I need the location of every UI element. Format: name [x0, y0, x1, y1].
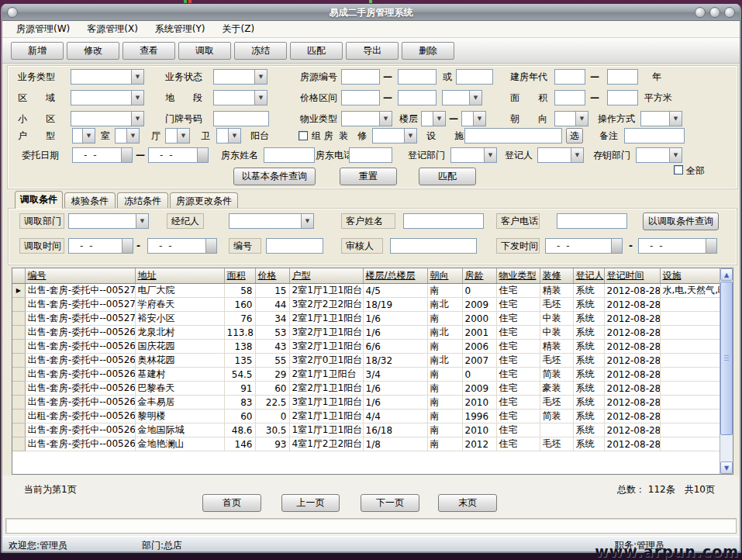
chevron-down-icon[interactable]: ▼ [575, 112, 588, 126]
first-page-button[interactable]: 首页 [202, 494, 261, 512]
facility-input[interactable] [464, 128, 562, 143]
customer-name-input[interactable] [403, 213, 484, 229]
current-row-arrow-icon[interactable]: ▶ [12, 284, 25, 298]
table-row[interactable]: 出售-套房-委托中--005265巴黎春天91602室2厅1卫1阳台1/6南20… [12, 382, 720, 396]
scrollbar-thumb[interactable] [720, 282, 733, 435]
chevron-down-icon[interactable]: ▼ [126, 129, 139, 143]
area-to-input[interactable] [607, 90, 638, 105]
owner-phone-input[interactable] [349, 147, 392, 163]
door-no-input[interactable] [213, 111, 269, 126]
table-row[interactable]: 出售-套房-委托中--005261金地艳澜山146934室1厅2卫2阳台1/8南… [12, 437, 720, 451]
export-button[interactable]: 导出 [346, 42, 399, 60]
last-page-button[interactable]: 末页 [438, 494, 497, 512]
column-header-decoration[interactable]: 装修 [540, 268, 573, 284]
chevron-down-icon[interactable]: ▼ [571, 148, 583, 162]
agent-select[interactable]: ▼ [229, 213, 314, 229]
column-header-orientation[interactable]: 朝向 [427, 268, 462, 284]
chevron-down-icon[interactable]: ▼ [131, 112, 143, 126]
table-row[interactable]: 出售-套房-委托中--005267奥林花园135553室2厅0卫1阳台18/32… [12, 354, 720, 368]
community-select[interactable]: ▼ [71, 111, 144, 126]
facility-select-button[interactable]: 选 [566, 128, 583, 143]
date-dropdown-button[interactable] [197, 148, 208, 162]
close-button[interactable] [724, 7, 735, 18]
table-row[interactable]: 出售-套房-委托中--005266基建村54.5292室1厅1卫阳台3/4南0住… [12, 368, 720, 382]
column-header-property-type[interactable]: 物业类型 [496, 268, 540, 284]
column-header-layout[interactable]: 户型 [289, 268, 363, 284]
table-row[interactable]: 出售-套房-委托中--005269龙泉北村113.8533室2厅1卫1阳台1/6… [12, 326, 720, 340]
query-basic-button[interactable]: 以基本条件查询 [233, 168, 316, 185]
column-header-price[interactable]: 价格 [255, 268, 289, 284]
chevron-down-icon[interactable]: ▼ [669, 112, 682, 126]
registrant-select[interactable]: ▼ [537, 147, 584, 163]
date-dropdown-button[interactable] [205, 239, 216, 253]
price-unit-select[interactable]: ▼ [442, 90, 482, 105]
date-dropdown-button[interactable] [706, 239, 716, 253]
view-button[interactable]: 查看 [123, 42, 175, 60]
floor-from-select[interactable]: ▼ [421, 111, 446, 126]
key-dept-select[interactable]: ▼ [636, 147, 682, 163]
maximize-button[interactable] [709, 7, 720, 18]
row-selector[interactable] [12, 423, 25, 437]
issue-time-from[interactable]: - - [545, 238, 623, 254]
table-row[interactable]: 出售-套房-委托中--005262金地国际城48.630.51室1厅1卫1阳台1… [12, 423, 720, 437]
customer-phone-input[interactable] [557, 213, 627, 229]
row-selector[interactable] [12, 354, 25, 368]
column-header-area[interactable]: 面积 [224, 268, 255, 284]
row-selector[interactable] [12, 410, 25, 423]
entrust-date-from[interactable]: - - [72, 147, 133, 163]
hall-select[interactable]: ▼ [115, 128, 140, 143]
owner-name-input[interactable] [264, 147, 315, 163]
chevron-down-icon[interactable]: ▼ [254, 70, 267, 84]
entrust-date-to[interactable]: - - [148, 147, 209, 163]
house-no-or-input[interactable] [456, 69, 493, 85]
column-header-age[interactable]: 房龄 [462, 268, 496, 284]
section-select[interactable]: ▼ [213, 90, 267, 105]
table-row[interactable]: 出售-套房-委托中--005264金丰易居8322.53室1厅1卫1阳台1/6南… [12, 396, 720, 410]
match-button[interactable]: 匹配 [290, 42, 343, 60]
match-condition-button[interactable]: 匹配 [419, 168, 476, 185]
row-selector[interactable] [12, 396, 25, 410]
table-row[interactable]: 出售-套房-委托中--005270裕安小区76342室1厅1卫1阳台1/6南20… [12, 312, 720, 326]
vertical-scrollbar[interactable]: ▲ ▼ [720, 268, 733, 474]
chevron-down-icon[interactable]: ▼ [469, 91, 481, 105]
price-from-input[interactable] [341, 90, 380, 105]
orientation-select[interactable]: ▼ [554, 111, 588, 126]
region-select[interactable]: ▼ [71, 90, 144, 105]
modify-button[interactable]: 修改 [67, 42, 119, 60]
chevron-down-icon[interactable]: ▼ [131, 70, 143, 84]
chevron-down-icon[interactable]: ▼ [254, 91, 267, 105]
area-from-input[interactable] [554, 90, 585, 105]
issue-time-to[interactable]: - - [638, 238, 717, 254]
row-selector[interactable] [12, 368, 25, 382]
tab-change-condition[interactable]: 房源更改条件 [170, 192, 238, 209]
chevron-down-icon[interactable]: ▼ [82, 129, 95, 143]
date-dropdown-button[interactable] [611, 239, 622, 253]
all-checkbox[interactable] [674, 165, 683, 175]
menu-system-management[interactable]: 系统管理(Y) [147, 21, 213, 37]
tab-freeze-condition[interactable]: 冻结条件 [117, 192, 168, 209]
chevron-down-icon[interactable]: ▼ [404, 129, 416, 143]
property-type-select[interactable]: ▼ [341, 111, 392, 126]
business-status-select[interactable]: ▼ [213, 69, 267, 85]
chevron-down-icon[interactable]: ▼ [228, 129, 240, 143]
titlebar[interactable]: 易成二手房管理系统 [2, 4, 740, 21]
chevron-down-icon[interactable]: ▼ [379, 112, 392, 126]
freeze-button[interactable]: 冻结 [234, 42, 287, 60]
room-select[interactable]: ▼ [72, 128, 95, 143]
decoration-select[interactable]: ▼ [372, 128, 417, 143]
column-header-facilities[interactable]: 设施 [660, 268, 720, 284]
remark-input[interactable] [624, 128, 685, 143]
chevron-down-icon[interactable]: ▼ [669, 148, 682, 162]
query-retrieve-button[interactable]: 以调取条件查询 [643, 213, 719, 230]
house-no-from-input[interactable] [341, 69, 380, 85]
no-input[interactable] [266, 238, 323, 254]
chevron-down-icon[interactable]: ▼ [177, 129, 189, 143]
table-row[interactable]: ▶出售-套房-委托中--005272电厂大院58152室1厅1卫1阳台4/5南0… [12, 284, 720, 298]
delete-button[interactable]: 删除 [402, 42, 454, 60]
tab-verify-condition[interactable]: 核验条件 [64, 192, 116, 209]
price-to-input[interactable] [398, 90, 437, 105]
scroll-down-icon[interactable]: ▼ [720, 461, 733, 474]
build-year-to-input[interactable] [607, 69, 638, 85]
row-selector[interactable] [12, 312, 25, 326]
minimize-button[interactable] [695, 7, 706, 18]
